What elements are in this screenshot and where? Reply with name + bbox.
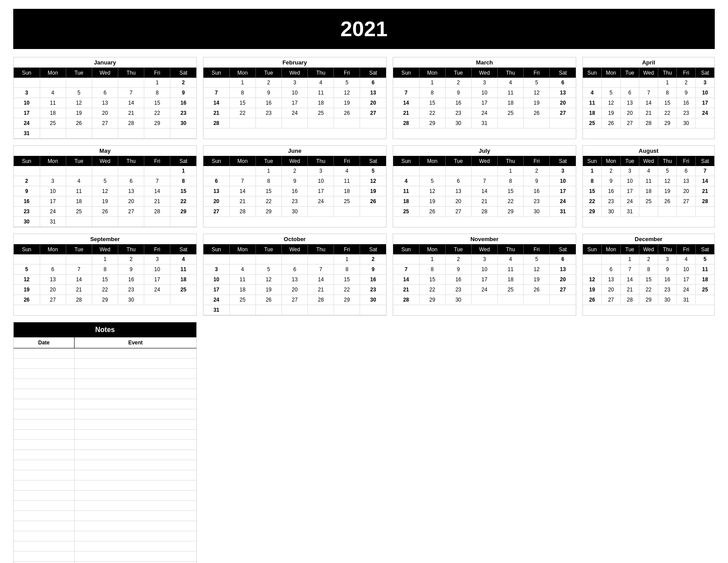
day-header-sat: Sat — [550, 68, 576, 78]
notes-row-date-cell — [14, 369, 75, 378]
calendar-day — [255, 254, 281, 264]
day-header-sun: Sun — [393, 245, 419, 254]
calendar-day: 19 — [524, 98, 550, 108]
calendar-day: 13 — [360, 88, 386, 98]
calendar-day: 12 — [658, 176, 677, 186]
calendar-day: 14 — [620, 275, 639, 285]
month-title-may: May — [14, 146, 196, 156]
calendar-day: 29 — [419, 295, 445, 305]
calendar-day: 31 — [677, 295, 696, 305]
day-header-fri: Fri — [334, 68, 360, 78]
calendar-day — [66, 217, 92, 227]
month-table-june: SunMonTueWedThuFriSat1234567891011121314… — [203, 156, 386, 217]
month-table-march: SunMonTueWedThuFriSat1234567891011121314… — [393, 68, 576, 128]
calendar-day: 9 — [445, 88, 471, 98]
calendar-day — [393, 78, 419, 88]
calendar-day — [118, 217, 144, 227]
calendar-day: 30 — [677, 118, 696, 128]
day-header-mon: Mon — [602, 245, 621, 254]
calendar-day: 1 — [92, 254, 118, 264]
calendar-day: 19 — [360, 186, 386, 196]
calendar-august: AugustSunMonTueWedThuFriSat1234567891011… — [582, 145, 715, 227]
calendar-day: 19 — [524, 275, 550, 285]
calendar-day: 3 — [203, 264, 229, 275]
notes-row — [14, 460, 196, 470]
day-header-tue: Tue — [445, 68, 471, 78]
calendar-day: 4 — [677, 254, 696, 264]
notes-row — [14, 440, 196, 450]
month-table-december: SunMonTueWedThuFriSat1234567891011121314… — [583, 245, 714, 305]
calendar-day: 16 — [255, 98, 281, 108]
calendar-day — [471, 295, 497, 305]
calendar-day: 23 — [524, 196, 550, 207]
notes-row-event-cell — [75, 531, 196, 541]
calendar-day: 20 — [550, 275, 576, 285]
calendar-day: 28 — [393, 295, 419, 305]
calendar-day: 24 — [620, 196, 639, 207]
calendar-day: 23 — [170, 108, 196, 118]
notes-row — [14, 389, 196, 399]
calendar-day: 20 — [550, 98, 576, 108]
day-header-tue: Tue — [620, 68, 639, 78]
day-header-sun: Sun — [203, 156, 229, 166]
day-header-sun: Sun — [393, 156, 419, 166]
calendar-day: 26 — [583, 295, 602, 305]
calendar-day — [658, 207, 677, 217]
notes-row-event-cell — [75, 379, 196, 389]
calendar-day — [255, 118, 281, 128]
notes-row — [14, 359, 196, 369]
notes-row-event-cell — [75, 389, 196, 399]
calendar-day: 24 — [203, 295, 229, 305]
day-header-fri: Fri — [334, 245, 360, 254]
calendar-day: 28 — [639, 118, 658, 128]
calendar-day: 15 — [658, 98, 677, 108]
calendar-day — [281, 254, 308, 264]
calendar-day: 4 — [66, 176, 92, 186]
calendar-day: 22 — [334, 285, 360, 295]
calendar-day — [583, 264, 602, 275]
calendar-day: 28 — [144, 207, 170, 217]
calendar-day: 26 — [360, 196, 386, 207]
calendar-day: 8 — [419, 264, 445, 275]
calendar-day: 27 — [203, 207, 229, 217]
calendar-day: 6 — [620, 88, 639, 98]
calendar-day: 28 — [393, 118, 419, 128]
calendar-day: 17 — [144, 275, 170, 285]
notes-row-date-cell — [14, 389, 75, 399]
calendar-day — [550, 118, 576, 128]
calendar-day: 8 — [419, 88, 445, 98]
calendar-day — [66, 128, 92, 139]
day-header-mon: Mon — [229, 156, 255, 166]
month-title-november: November — [393, 234, 576, 245]
notes-title: Notes — [14, 322, 196, 337]
calendar-day: 22 — [419, 108, 445, 118]
calendar-day — [393, 166, 419, 176]
calendar-day — [229, 118, 255, 128]
month-title-january: January — [14, 57, 196, 68]
calendar-day: 14 — [229, 186, 255, 196]
notes-row — [14, 531, 196, 541]
notes-row — [14, 348, 196, 359]
day-header-mon: Mon — [229, 68, 255, 78]
calendar-day: 24 — [14, 118, 40, 128]
month-table-april: SunMonTueWedThuFriSat1234567891011121314… — [583, 68, 714, 128]
calendar-day: 26 — [658, 196, 677, 207]
day-header-wed: Wed — [639, 68, 658, 78]
calendar-day — [144, 295, 170, 305]
calendar-day: 25 — [170, 285, 196, 295]
calendar-day: 7 — [229, 176, 255, 186]
day-header-tue: Tue — [620, 156, 639, 166]
calendar-day: 18 — [170, 275, 196, 285]
calendar-day: 24 — [281, 108, 308, 118]
calendar-day: 12 — [419, 186, 445, 196]
calendar-day: 13 — [620, 98, 639, 108]
calendar-day: 27 — [677, 196, 696, 207]
calendar-day: 12 — [360, 176, 386, 186]
calendar-day: 2 — [677, 78, 696, 88]
day-header-sun: Sun — [583, 68, 602, 78]
calendar-march: MarchSunMonTueWedThuFriSat12345678910111… — [393, 57, 576, 139]
day-header-thu: Thu — [498, 156, 524, 166]
calendar-day: 16 — [602, 186, 621, 196]
notes-section: NotesDateEvent — [13, 322, 197, 563]
day-header-fri: Fri — [524, 68, 550, 78]
